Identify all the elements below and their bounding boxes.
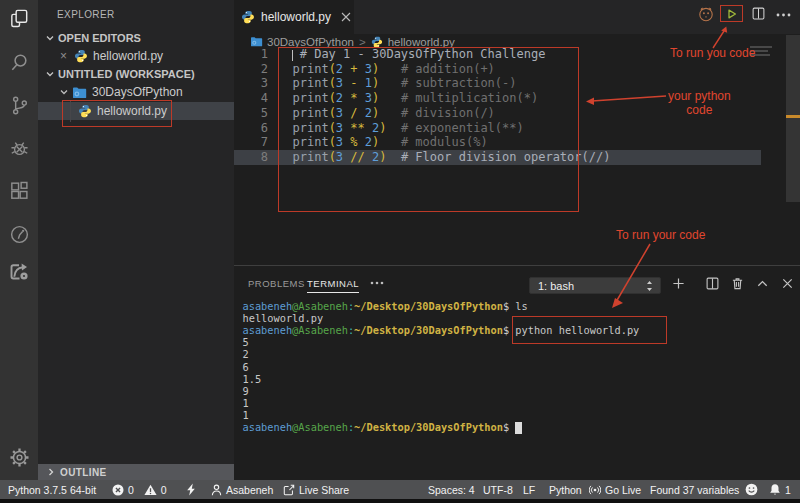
status-problems[interactable]: 0 0	[112, 480, 167, 499]
status-bar: Python 3.7.5 64-bit 0 0 Asabeneh Live Sh…	[0, 480, 800, 499]
status-spaces[interactable]: Spaces: 4	[428, 480, 475, 499]
tab-helloworld[interactable]: helloworld.py	[234, 0, 354, 34]
annotation-your-python-code: your python code	[668, 89, 731, 117]
explorer-title: EXPLORER	[57, 9, 115, 20]
terminal-line: asabeneh@Asabeneh:~/Desktop/30DaysOfPyth…	[243, 300, 800, 312]
debug-icon[interactable]	[7, 136, 31, 160]
clock-icon[interactable]	[7, 222, 31, 246]
bell-icon	[769, 483, 781, 496]
annotation-box-command	[512, 316, 667, 344]
status-go-live[interactable]: Go Live	[589, 480, 641, 499]
status-python-version[interactable]: Python 3.7.5 64-bit	[8, 480, 96, 499]
status-variables[interactable]: Found 37 variables	[650, 480, 739, 499]
python-file-icon	[371, 36, 383, 48]
more-actions-icon[interactable]	[776, 13, 792, 17]
close-panel-icon[interactable]	[781, 277, 794, 290]
open-editor-filename: helloworld.py	[93, 49, 163, 63]
outline-section[interactable]: OUTLINE	[38, 464, 234, 480]
chevron-right-icon	[46, 467, 56, 477]
gear-icon[interactable]	[7, 445, 31, 469]
annotation-box-code	[278, 47, 579, 212]
folder-name: 30DaysOfPython	[92, 85, 183, 99]
terminal-line: 1	[243, 409, 800, 421]
editor-area: helloworld.py	[234, 0, 800, 480]
terminal-line: 9	[243, 385, 800, 397]
extensions-icon[interactable]	[7, 179, 31, 203]
share-square-icon[interactable]	[7, 259, 31, 283]
status-notifications[interactable]: 1	[769, 480, 791, 499]
python-file-icon	[241, 10, 255, 24]
folder-item[interactable]: 30DaysOfPython	[38, 83, 255, 101]
tab-label: helloworld.py	[261, 10, 331, 24]
share-icon	[283, 484, 295, 496]
status-live-share[interactable]: Live Share	[283, 480, 349, 499]
status-feedback[interactable]	[745, 480, 758, 499]
status-encoding[interactable]: UTF-8	[483, 480, 513, 499]
shell-selector-value: 1: bash	[538, 280, 574, 292]
bottom-strip	[0, 499, 800, 503]
warning-icon	[144, 484, 157, 496]
new-terminal-icon[interactable]	[672, 277, 685, 290]
open-editors-header[interactable]: OPEN EDITORS	[38, 29, 241, 47]
smiley-icon	[745, 483, 758, 496]
files-icon[interactable]	[7, 6, 31, 30]
annotation-arrow-left	[584, 93, 670, 107]
person-icon	[211, 484, 222, 496]
annotation-arrow-down	[604, 242, 654, 312]
explorer-sidebar: EXPLORER OPEN EDITORS × helloworld.py UN…	[38, 0, 234, 480]
overview-ruler-mark	[786, 115, 800, 118]
status-user[interactable]: Asabeneh	[211, 480, 273, 499]
run-button[interactable]	[726, 8, 738, 20]
chevron-up-icon[interactable]	[756, 277, 769, 290]
error-icon	[112, 484, 124, 496]
status-eol[interactable]: LF	[523, 480, 535, 499]
terminal-panel: PROBLEMS TERMINAL 1: bash asabeneh@Asabe…	[234, 265, 800, 480]
source-control-icon[interactable]	[7, 93, 31, 117]
breadcrumb-separator-icon: >	[359, 36, 366, 48]
chevron-down-icon	[59, 87, 69, 97]
activity-bar	[0, 0, 38, 480]
folder-icon	[250, 36, 263, 47]
annotation-run-top: To run you code	[670, 46, 755, 60]
lightning-icon	[186, 483, 197, 496]
terminal-cursor	[515, 422, 522, 434]
tab-problems[interactable]: PROBLEMS	[248, 278, 305, 289]
panel-more-icon[interactable]	[370, 281, 385, 285]
annotation-box-file	[62, 100, 172, 127]
breadcrumb-folder[interactable]: 30DaysOfPython	[267, 36, 354, 48]
python-file-icon	[74, 49, 88, 63]
editor-scrollbar[interactable]	[786, 35, 800, 202]
terminal-line: 1.5	[243, 373, 800, 385]
status-language[interactable]: Python	[549, 480, 582, 499]
split-editor-icon[interactable]	[752, 7, 765, 20]
folder-icon	[72, 86, 87, 99]
terminal-line: 6	[243, 361, 800, 373]
outline-label: OUTLINE	[60, 467, 107, 478]
tab-close-icon[interactable]	[341, 12, 351, 22]
workspace-header[interactable]: UNTITLED (WORKSPACE)	[38, 65, 241, 83]
workspace-label: UNTITLED (WORKSPACE)	[58, 68, 195, 80]
status-lightning[interactable]	[186, 480, 197, 499]
search-icon[interactable]	[7, 50, 31, 74]
broadcast-icon	[589, 484, 601, 496]
vscode-window: EXPLORER OPEN EDITORS × helloworld.py UN…	[0, 0, 800, 503]
open-editors-label: OPEN EDITORS	[58, 32, 141, 44]
chevron-down-icon	[45, 33, 55, 43]
annotation-run-bottom: To run your code	[616, 228, 705, 242]
split-terminal-icon[interactable]	[706, 277, 719, 290]
breadcrumb-file[interactable]: helloworld.py	[388, 36, 455, 48]
trash-icon[interactable]	[731, 277, 744, 290]
tab-terminal[interactable]: TERMINAL	[307, 278, 359, 293]
code-editor[interactable]: 1 # Day 1 - 30DaysOfPython Challenge2pri…	[234, 49, 800, 265]
terminal-line: asabeneh@Asabeneh:~/Desktop/30DaysOfPyth…	[243, 421, 800, 433]
chevron-down-icon	[45, 69, 55, 79]
quokka-icon[interactable]	[698, 6, 714, 22]
close-icon[interactable]: ×	[60, 49, 67, 63]
open-editor-item[interactable]: × helloworld.py	[38, 47, 256, 65]
terminal-line: 2	[243, 348, 800, 360]
terminal-line: 1	[243, 397, 800, 409]
